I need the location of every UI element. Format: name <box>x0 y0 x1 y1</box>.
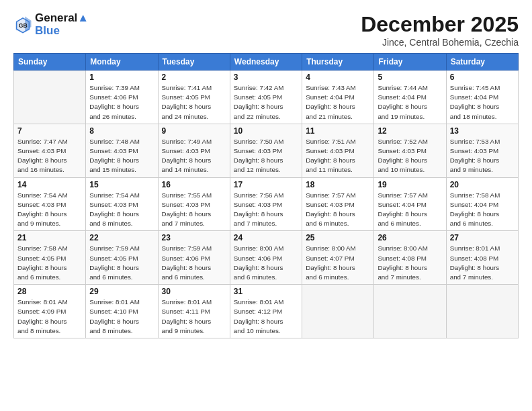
day-number: 15 <box>89 180 154 189</box>
header-sunday: Sunday <box>14 54 86 71</box>
day-number: 30 <box>162 287 226 296</box>
day-number: 18 <box>306 180 370 189</box>
calendar-week-row: 7Sunrise: 7:47 AMSunset: 4:03 PMDaylight… <box>14 124 519 177</box>
day-info: Sunrise: 7:55 AMSunset: 4:03 PMDaylight:… <box>162 191 226 229</box>
calendar-cell: 9Sunrise: 7:49 AMSunset: 4:03 PMDaylight… <box>158 124 230 177</box>
calendar-cell: 4Sunrise: 7:43 AMSunset: 4:04 PMDaylight… <box>302 71 374 124</box>
logo-icon: GB <box>13 15 32 34</box>
day-number: 20 <box>450 180 515 189</box>
calendar-cell: 1Sunrise: 7:39 AMSunset: 4:06 PMDaylight… <box>86 71 158 124</box>
calendar-cell <box>14 71 86 124</box>
day-number: 10 <box>234 126 298 136</box>
calendar-cell: 6Sunrise: 7:45 AMSunset: 4:04 PMDaylight… <box>446 71 518 124</box>
day-info: Sunrise: 7:39 AMSunset: 4:06 PMDaylight:… <box>89 83 154 122</box>
day-number: 6 <box>450 73 515 82</box>
calendar-cell: 29Sunrise: 8:01 AMSunset: 4:10 PMDayligh… <box>86 285 158 338</box>
calendar-cell: 3Sunrise: 7:42 AMSunset: 4:05 PMDaylight… <box>230 71 302 124</box>
day-info: Sunrise: 8:01 AMSunset: 4:08 PMDaylight:… <box>450 244 515 282</box>
calendar-table: Sunday Monday Tuesday Wednesday Thursday… <box>13 53 519 338</box>
calendar-week-row: 21Sunrise: 7:58 AMSunset: 4:05 PMDayligh… <box>14 231 519 285</box>
header-saturday: Saturday <box>446 54 518 71</box>
day-info: Sunrise: 7:50 AMSunset: 4:03 PMDaylight:… <box>234 137 298 175</box>
day-number: 16 <box>162 180 226 189</box>
weekday-header-row: Sunday Monday Tuesday Wednesday Thursday… <box>14 54 519 71</box>
page: GB General▲ Blue December 2025 Jince, Ce… <box>0 0 532 345</box>
header-monday: Monday <box>86 54 158 71</box>
calendar-cell: 2Sunrise: 7:41 AMSunset: 4:05 PMDaylight… <box>158 71 230 124</box>
day-info: Sunrise: 7:41 AMSunset: 4:05 PMDaylight:… <box>162 83 226 122</box>
calendar-cell: 23Sunrise: 7:59 AMSunset: 4:06 PMDayligh… <box>158 231 230 285</box>
calendar-cell: 25Sunrise: 8:00 AMSunset: 4:07 PMDayligh… <box>302 231 374 285</box>
day-info: Sunrise: 7:49 AMSunset: 4:03 PMDaylight:… <box>162 137 226 175</box>
calendar-cell <box>302 285 374 338</box>
day-info: Sunrise: 7:54 AMSunset: 4:03 PMDaylight:… <box>17 191 82 229</box>
day-number: 11 <box>306 126 370 136</box>
header-friday: Friday <box>374 54 446 71</box>
day-number: 23 <box>162 233 226 242</box>
day-info: Sunrise: 7:58 AMSunset: 4:04 PMDaylight:… <box>450 191 515 229</box>
day-info: Sunrise: 8:01 AMSunset: 4:12 PMDaylight:… <box>234 298 298 336</box>
day-info: Sunrise: 7:44 AMSunset: 4:04 PMDaylight:… <box>378 83 442 122</box>
calendar-cell: 31Sunrise: 8:01 AMSunset: 4:12 PMDayligh… <box>230 285 302 338</box>
day-number: 12 <box>378 126 442 136</box>
logo-text: General▲ Blue <box>35 12 89 37</box>
day-number: 5 <box>378 73 442 82</box>
svg-text:GB: GB <box>19 22 28 29</box>
logo: GB General▲ Blue <box>13 12 89 37</box>
calendar-cell: 11Sunrise: 7:51 AMSunset: 4:03 PMDayligh… <box>302 124 374 177</box>
calendar-cell: 19Sunrise: 7:57 AMSunset: 4:04 PMDayligh… <box>374 177 446 231</box>
calendar-week-row: 14Sunrise: 7:54 AMSunset: 4:03 PMDayligh… <box>14 177 519 231</box>
day-number: 8 <box>89 126 154 136</box>
day-number: 3 <box>234 73 298 82</box>
day-info: Sunrise: 7:59 AMSunset: 4:05 PMDaylight:… <box>89 244 154 282</box>
calendar-week-row: 1Sunrise: 7:39 AMSunset: 4:06 PMDaylight… <box>14 71 519 124</box>
calendar-week-row: 28Sunrise: 8:01 AMSunset: 4:09 PMDayligh… <box>14 285 519 338</box>
calendar-cell: 7Sunrise: 7:47 AMSunset: 4:03 PMDaylight… <box>14 124 86 177</box>
day-info: Sunrise: 8:00 AMSunset: 4:07 PMDaylight:… <box>306 244 370 282</box>
calendar-cell: 26Sunrise: 8:00 AMSunset: 4:08 PMDayligh… <box>374 231 446 285</box>
calendar-cell: 10Sunrise: 7:50 AMSunset: 4:03 PMDayligh… <box>230 124 302 177</box>
day-info: Sunrise: 8:00 AMSunset: 4:06 PMDaylight:… <box>234 244 298 282</box>
day-number: 31 <box>234 287 298 296</box>
day-info: Sunrise: 7:57 AMSunset: 4:04 PMDaylight:… <box>378 191 442 229</box>
day-number: 1 <box>89 73 154 82</box>
day-info: Sunrise: 7:53 AMSunset: 4:03 PMDaylight:… <box>450 137 515 175</box>
day-number: 19 <box>378 180 442 189</box>
day-number: 22 <box>89 233 154 242</box>
day-number: 13 <box>450 126 515 136</box>
header-tuesday: Tuesday <box>158 54 230 71</box>
day-number: 24 <box>234 233 298 242</box>
day-info: Sunrise: 7:51 AMSunset: 4:03 PMDaylight:… <box>306 137 370 175</box>
calendar-cell: 5Sunrise: 7:44 AMSunset: 4:04 PMDaylight… <box>374 71 446 124</box>
day-number: 17 <box>234 180 298 189</box>
calendar-cell: 14Sunrise: 7:54 AMSunset: 4:03 PMDayligh… <box>14 177 86 231</box>
calendar-cell: 21Sunrise: 7:58 AMSunset: 4:05 PMDayligh… <box>14 231 86 285</box>
day-info: Sunrise: 7:59 AMSunset: 4:06 PMDaylight:… <box>162 244 226 282</box>
day-number: 28 <box>17 287 82 296</box>
day-info: Sunrise: 7:42 AMSunset: 4:05 PMDaylight:… <box>234 83 298 122</box>
calendar-cell: 15Sunrise: 7:54 AMSunset: 4:03 PMDayligh… <box>86 177 158 231</box>
calendar-cell <box>374 285 446 338</box>
day-number: 25 <box>306 233 370 242</box>
day-info: Sunrise: 7:57 AMSunset: 4:03 PMDaylight:… <box>306 191 370 229</box>
calendar-cell: 8Sunrise: 7:48 AMSunset: 4:03 PMDaylight… <box>86 124 158 177</box>
day-info: Sunrise: 8:01 AMSunset: 4:09 PMDaylight:… <box>17 298 82 336</box>
day-info: Sunrise: 8:01 AMSunset: 4:10 PMDaylight:… <box>89 298 154 336</box>
month-title: December 2025 <box>361 12 519 37</box>
day-number: 27 <box>450 233 515 242</box>
day-info: Sunrise: 7:54 AMSunset: 4:03 PMDaylight:… <box>89 191 154 229</box>
day-info: Sunrise: 7:43 AMSunset: 4:04 PMDaylight:… <box>306 83 370 122</box>
calendar-cell: 27Sunrise: 8:01 AMSunset: 4:08 PMDayligh… <box>446 231 518 285</box>
calendar-cell: 13Sunrise: 7:53 AMSunset: 4:03 PMDayligh… <box>446 124 518 177</box>
day-info: Sunrise: 7:52 AMSunset: 4:03 PMDaylight:… <box>378 137 442 175</box>
location-subtitle: Jince, Central Bohemia, Czechia <box>361 37 519 48</box>
day-number: 2 <box>162 73 226 82</box>
day-info: Sunrise: 7:56 AMSunset: 4:03 PMDaylight:… <box>234 191 298 229</box>
day-info: Sunrise: 8:01 AMSunset: 4:11 PMDaylight:… <box>162 298 226 336</box>
title-block: December 2025 Jince, Central Bohemia, Cz… <box>361 12 519 48</box>
calendar-cell: 17Sunrise: 7:56 AMSunset: 4:03 PMDayligh… <box>230 177 302 231</box>
day-number: 29 <box>89 287 154 296</box>
day-number: 26 <box>378 233 442 242</box>
day-number: 14 <box>17 180 82 189</box>
day-info: Sunrise: 7:58 AMSunset: 4:05 PMDaylight:… <box>17 244 82 282</box>
